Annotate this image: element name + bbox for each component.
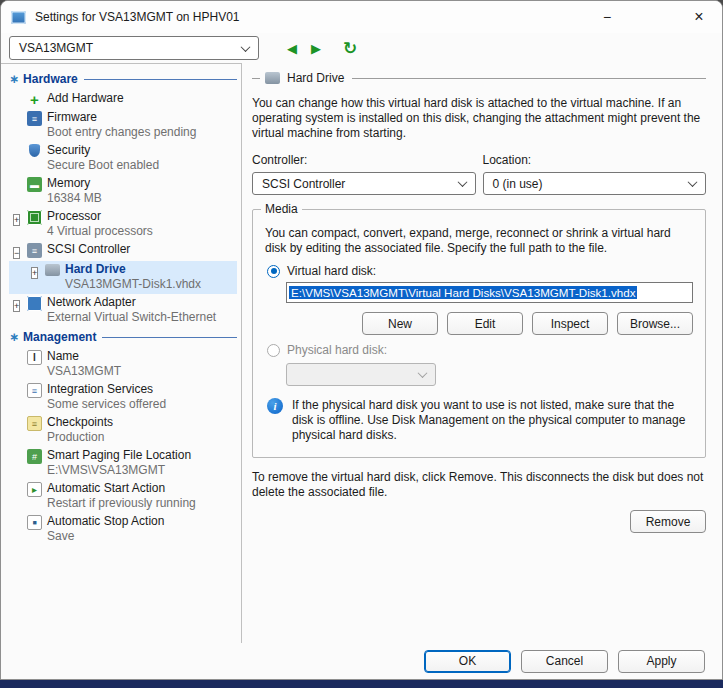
sidebar-item-checkpoints[interactable]: ≡ Checkpoints Production bbox=[9, 414, 237, 447]
item-label: Processor bbox=[47, 209, 153, 224]
hard-drive-header-icon bbox=[265, 72, 280, 84]
pane-title: Hard Drive bbox=[287, 71, 344, 85]
vm-selector-value: VSA13MGMT bbox=[19, 41, 93, 55]
settings-tree: ∗ Hardware + Add Hardware ≡ Firmware Boo… bbox=[1, 63, 242, 643]
item-sublabel: Save bbox=[47, 529, 164, 544]
remove-row: Remove bbox=[252, 510, 706, 533]
window-controls: − × bbox=[584, 1, 722, 33]
item-label: Network Adapter bbox=[47, 295, 216, 310]
item-label: Firmware bbox=[47, 110, 196, 125]
item-sublabel: Restart if previously running bbox=[47, 496, 196, 511]
window-title: Settings for VSA13MGMT on HPHV01 bbox=[35, 10, 240, 24]
media-description: You can compact, convert, expand, merge,… bbox=[265, 226, 693, 256]
media-groupbox: Media You can compact, convert, expand, … bbox=[252, 209, 706, 458]
inspect-button[interactable]: Inspect bbox=[532, 312, 608, 335]
navigate-back-icon[interactable]: ◀ bbox=[283, 39, 301, 58]
add-hardware-icon: + bbox=[27, 92, 42, 107]
hard-drive-icon bbox=[45, 264, 60, 276]
virtual-hard-disk-path-input[interactable]: E:\VMS\VSA13MGMT\Virtual Hard Disks\VSA1… bbox=[286, 282, 693, 303]
sidebar-item-firmware[interactable]: ≡ Firmware Boot entry changes pending bbox=[9, 109, 237, 142]
shield-icon bbox=[29, 144, 40, 157]
settings-window: Settings for VSA13MGMT on HPHV01 − × VSA… bbox=[0, 0, 723, 680]
chevron-down-icon bbox=[241, 42, 251, 52]
sidebar-item-scsi-controller[interactable]: − ≡ SCSI Controller bbox=[9, 241, 237, 261]
location-select[interactable]: 0 (in use) bbox=[483, 172, 707, 195]
item-label: Smart Paging File Location bbox=[47, 448, 191, 463]
vm-selector[interactable]: VSA13MGMT bbox=[9, 36, 259, 60]
apply-button[interactable]: Apply bbox=[618, 650, 705, 673]
item-label: Security bbox=[47, 143, 159, 158]
sidebar-item-network-adapter[interactable]: + Network Adapter External Virtual Switc… bbox=[9, 294, 237, 327]
item-sublabel: E:\VMS\VSA13MGMT bbox=[47, 463, 191, 478]
item-sublabel: External Virtual Switch-Ethernet bbox=[47, 310, 216, 325]
expand-icon[interactable]: + bbox=[31, 267, 38, 279]
section-divider bbox=[102, 337, 237, 338]
collapse-icon[interactable]: − bbox=[13, 247, 20, 259]
item-label: Checkpoints bbox=[47, 415, 113, 430]
controller-select-value: SCSI Controller bbox=[262, 177, 345, 191]
chevron-down-icon bbox=[457, 177, 467, 187]
info-text: If the physical hard disk you want to us… bbox=[292, 398, 691, 443]
smart-paging-icon: # bbox=[27, 449, 42, 464]
pane-header: Hard Drive bbox=[252, 71, 706, 85]
processor-icon bbox=[27, 210, 42, 225]
hard-drive-pane: Hard Drive You can change how this virtu… bbox=[242, 63, 722, 643]
item-label: Memory bbox=[47, 176, 102, 191]
sidebar-item-processor[interactable]: + Processor 4 Virtual processors bbox=[9, 208, 237, 241]
expand-icon[interactable]: + bbox=[13, 300, 20, 312]
dialog-body: ∗ Hardware + Add Hardware ≡ Firmware Boo… bbox=[1, 63, 722, 643]
remove-note: To remove the virtual hard disk, click R… bbox=[252, 470, 706, 500]
navigate-forward-icon[interactable]: ▶ bbox=[307, 39, 325, 58]
remove-button[interactable]: Remove bbox=[630, 510, 706, 533]
sidebar-item-memory[interactable]: ▬ Memory 16384 MB bbox=[9, 175, 237, 208]
location-label: Location: bbox=[483, 153, 707, 167]
physical-hard-disk-radio[interactable] bbox=[267, 344, 280, 357]
cancel-button[interactable]: Cancel bbox=[521, 650, 608, 673]
sidebar-item-auto-start[interactable]: ▸ Automatic Start Action Restart if prev… bbox=[9, 480, 237, 513]
browse-button[interactable]: Browse... bbox=[617, 312, 693, 335]
info-icon: i bbox=[267, 398, 283, 414]
expand-icon[interactable]: + bbox=[13, 214, 20, 226]
sidebar-item-add-hardware[interactable]: + Add Hardware bbox=[9, 90, 237, 109]
physical-disk-select[interactable] bbox=[286, 363, 436, 386]
bottom-edge-strip bbox=[0, 680, 723, 688]
sidebar-item-hard-drive[interactable]: + Hard Drive VSA13MGMT-Disk1.vhdx bbox=[9, 261, 237, 294]
virtual-hard-disk-radio[interactable] bbox=[267, 265, 280, 278]
sidebar-item-name[interactable]: I Name VSA13MGMT bbox=[9, 348, 237, 381]
item-sublabel: 4 Virtual processors bbox=[47, 224, 153, 239]
item-sublabel: Secure Boot enabled bbox=[47, 158, 159, 173]
refresh-icon[interactable]: ↻ bbox=[339, 36, 361, 61]
section-hardware: ∗ Hardware bbox=[9, 72, 237, 86]
minimize-button[interactable]: − bbox=[584, 1, 630, 33]
chevron-down-icon bbox=[418, 368, 428, 378]
header-rule-right bbox=[352, 78, 706, 79]
management-section-icon: ∗ bbox=[9, 330, 19, 344]
checkpoints-icon: ≡ bbox=[27, 416, 42, 431]
sidebar-item-security[interactable]: Security Secure Boot enabled bbox=[9, 142, 237, 175]
physical-disk-select-wrap bbox=[286, 363, 693, 386]
chevron-down-icon bbox=[688, 177, 698, 187]
physical-hard-disk-radio-row: Physical hard disk: bbox=[267, 343, 693, 357]
new-button[interactable]: New bbox=[362, 312, 438, 335]
section-divider bbox=[84, 79, 237, 80]
location-select-value: 0 (in use) bbox=[493, 177, 543, 191]
item-label: Name bbox=[47, 349, 121, 364]
network-adapter-icon bbox=[27, 296, 42, 311]
item-sublabel: VSA13MGMT-Disk1.vhdx bbox=[65, 277, 201, 292]
ok-button[interactable]: OK bbox=[424, 650, 511, 673]
sidebar-item-smart-paging[interactable]: # Smart Paging File Location E:\VMS\VSA1… bbox=[9, 447, 237, 480]
media-group-label: Media bbox=[261, 202, 302, 216]
item-sublabel: 16384 MB bbox=[47, 191, 102, 206]
item-label: Hard Drive bbox=[65, 262, 201, 277]
sidebar-item-auto-stop[interactable]: ■ Automatic Stop Action Save bbox=[9, 513, 237, 546]
close-button[interactable]: × bbox=[676, 1, 722, 33]
physical-hard-disk-radio-label: Physical hard disk: bbox=[287, 343, 387, 357]
edit-button[interactable]: Edit bbox=[447, 312, 523, 335]
media-buttons-row: New Edit Inspect Browse... bbox=[265, 312, 693, 335]
controller-select[interactable]: SCSI Controller bbox=[252, 172, 476, 195]
hyperv-settings-icon bbox=[11, 11, 26, 24]
hardware-section-label: Hardware bbox=[23, 72, 78, 86]
info-row: i If the physical hard disk you want to … bbox=[267, 398, 691, 443]
item-label: Automatic Start Action bbox=[47, 481, 196, 496]
sidebar-item-integration-services[interactable]: ≡ Integration Services Some services off… bbox=[9, 381, 237, 414]
